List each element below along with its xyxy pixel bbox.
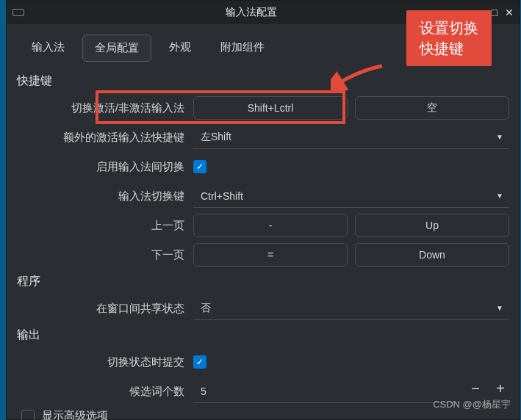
hotkey-next-page-2[interactable]: Down	[355, 243, 509, 267]
label-candidate-count: 候选词个数	[17, 385, 193, 399]
maximize-button[interactable]: □	[492, 7, 497, 18]
row-prev-page: 上一页 - Up	[7, 211, 520, 240]
label-extra-activate: 额外的激活输入法快捷键	[17, 131, 193, 145]
watermark: CSDN @@杨星宇	[433, 398, 511, 411]
row-share-state: 在窗口间共享状态 否 ▼	[7, 294, 520, 323]
label-commit-on-switch: 切换状态时提交	[17, 355, 193, 369]
select-value: Ctrl+Shift	[201, 190, 243, 202]
row-commit-on-switch: 切换状态时提交 ✓	[7, 347, 520, 377]
select-share-state[interactable]: 否 ▼	[193, 297, 509, 320]
label-next-page: 下一页	[17, 248, 193, 262]
label-prev-page: 上一页	[17, 219, 193, 233]
label-toggle-activate: 切换激活/非激活输入法	[17, 101, 193, 115]
checkbox-enable-switch[interactable]: ✓	[193, 160, 206, 173]
hotkey-prev-page-1[interactable]: -	[193, 214, 348, 237]
select-im-switch-key[interactable]: Ctrl+Shift ▼	[193, 184, 509, 208]
row-toggle-activate: 切换激活/非激活输入法 Shift+Lctrl 空	[7, 93, 520, 123]
callout-line1: 设置切换	[420, 18, 478, 38]
chevron-down-icon: ▼	[496, 192, 503, 200]
hotkey-prev-page-2[interactable]: Up	[355, 214, 509, 237]
select-value: 左Shift	[201, 131, 231, 144]
tab-addons[interactable]: 附加组件	[209, 35, 276, 62]
hotkey-toggle-activate-2[interactable]: 空	[355, 96, 509, 120]
row-im-switch-key: 输入法切换键 Ctrl+Shift ▼	[7, 181, 520, 211]
hotkey-toggle-activate-1[interactable]: Shift+Lctrl	[193, 96, 348, 120]
input-candidate-count[interactable]: 5	[193, 380, 459, 403]
chevron-down-icon: ▼	[496, 133, 503, 141]
stepper-minus[interactable]: −	[467, 380, 484, 397]
section-program: 程序	[7, 269, 520, 294]
callout-line2: 快捷键	[420, 38, 478, 59]
label-share-state: 在窗口间共享状态	[17, 302, 193, 316]
checkbox-show-advanced[interactable]	[21, 410, 35, 421]
section-output: 输出	[7, 323, 520, 347]
tab-global-config[interactable]: 全局配置	[82, 35, 151, 62]
select-extra-activate[interactable]: 左Shift ▼	[193, 126, 509, 149]
row-extra-activate: 额外的激活输入法快捷键 左Shift ▼	[7, 123, 520, 152]
checkbox-commit-on-switch[interactable]: ✓	[193, 355, 206, 369]
stepper-plus[interactable]: +	[492, 380, 509, 397]
section-shortcut: 快捷键	[7, 69, 520, 93]
row-enable-switch: 启用输入法间切换 ✓	[7, 152, 520, 181]
close-button[interactable]: ✕	[505, 7, 514, 18]
keyboard-icon	[12, 9, 24, 16]
row-next-page: 下一页 = Down	[7, 240, 520, 269]
label-show-advanced: 显示高级选项	[42, 409, 108, 420]
select-value: 否	[201, 302, 211, 315]
label-enable-switch: 启用输入法间切换	[17, 160, 193, 174]
hotkey-next-page-1[interactable]: =	[193, 243, 348, 267]
annotation-arrow-icon	[331, 62, 389, 92]
tab-input-method[interactable]: 输入法	[20, 35, 76, 62]
chevron-down-icon: ▼	[496, 304, 503, 312]
label-im-switch-key: 输入法切换键	[17, 189, 193, 203]
tab-appearance[interactable]: 外观	[157, 35, 203, 62]
annotation-callout: 设置切换 快捷键	[406, 10, 492, 66]
